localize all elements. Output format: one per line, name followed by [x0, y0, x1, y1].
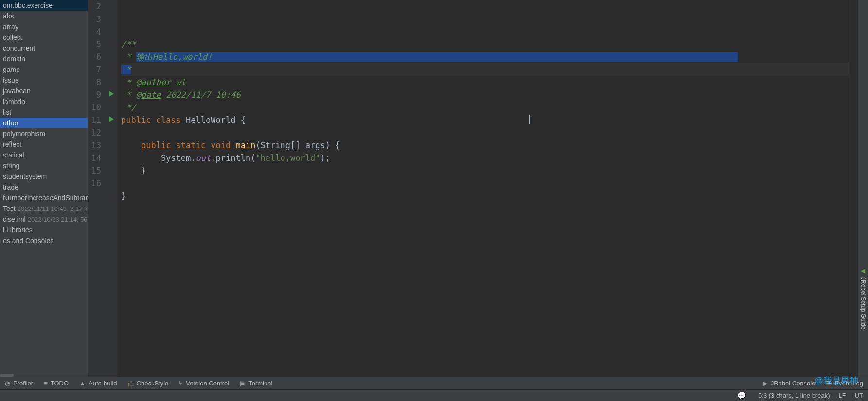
notification-icon[interactable]: 💬 — [737, 391, 746, 400]
code-line[interactable] — [121, 202, 849, 215]
tree-item-concurrent[interactable]: concurrent — [0, 43, 88, 53]
jrebel-setup-label[interactable]: JRebel Setup Guide — [860, 277, 867, 329]
code-line[interactable]: } — [121, 164, 849, 177]
event-log-tab[interactable]: ☰Event Log — [826, 380, 863, 387]
code-line[interactable]: * @author wl — [121, 76, 849, 88]
tree-item-test[interactable]: Test2022/11/11 10:43, 2,17 kB — [0, 203, 88, 214]
tree-item-studentsystem[interactable]: studentsystem — [0, 171, 88, 182]
line-number[interactable]: 12 — [88, 126, 117, 139]
line-number[interactable]: 2 — [88, 0, 117, 13]
tree-item-reflect[interactable]: reflect — [0, 139, 88, 150]
tool-window-bar: ◔Profiler ≡TODO ▲Auto-build ⬚CheckStyle … — [0, 377, 868, 389]
line-separator[interactable]: LF — [838, 392, 846, 399]
code-line[interactable]: } — [121, 190, 849, 202]
tree-item-polymorphism[interactable]: polymorphism — [0, 128, 88, 139]
run-gutter-icon[interactable] — [109, 116, 114, 122]
tree-item-numberincreaseandsubtrac[interactable]: NumberIncreaseAndSubtrac — [0, 192, 88, 203]
code-line[interactable] — [121, 126, 849, 139]
code-line[interactable]: public static void main(String[] args) { — [121, 139, 849, 152]
project-sidebar: om.bbc.exerciseabsarraycollectconcurrent… — [0, 0, 88, 377]
code-line[interactable]: System.out.println("hello,world"); — [121, 152, 849, 164]
editor[interactable]: 2345678910111213141516 /** * 输出Hello,wor… — [88, 0, 857, 377]
line-number[interactable]: 13 — [88, 139, 117, 152]
line-number[interactable]: 10 — [88, 101, 117, 114]
text-cursor — [529, 115, 530, 124]
shield-icon: ⬚ — [128, 380, 134, 387]
tree-item-es-and-consoles[interactable]: es and Consoles — [0, 235, 88, 246]
terminal-tab[interactable]: ▣Terminal — [240, 380, 272, 387]
list-icon: ≡ — [44, 380, 48, 387]
run-gutter-icon[interactable] — [109, 91, 114, 97]
terminal-icon: ▣ — [240, 380, 246, 387]
code-line[interactable] — [121, 25, 849, 38]
line-number[interactable]: 9 — [88, 88, 117, 101]
line-number[interactable]: 14 — [88, 152, 117, 164]
cursor-position[interactable]: 5:3 (3 chars, 1 line break) — [758, 392, 830, 399]
line-number[interactable]: 5 — [88, 38, 117, 51]
tree-item-string[interactable]: string — [0, 160, 88, 171]
error-stripe[interactable] — [849, 0, 857, 377]
tree-item-collect[interactable]: collect — [0, 32, 88, 43]
todo-tab[interactable]: ≡TODO — [44, 380, 69, 387]
line-number[interactable]: 4 — [88, 25, 117, 38]
speech-icon: ☰ — [826, 380, 832, 387]
line-number[interactable]: 16 — [88, 177, 117, 190]
code-line[interactable]: public class HelloWorld { — [121, 114, 849, 126]
gauge-icon: ◔ — [5, 380, 10, 387]
code-line[interactable]: * 输出Hello,world! — [121, 51, 849, 63]
branch-icon: ⑂ — [179, 380, 183, 387]
tree-item-array[interactable]: array — [0, 21, 88, 32]
jrebel-console-tab[interactable]: ▶JRebel Console — [763, 380, 815, 387]
horizontal-scrollbar[interactable] — [0, 373, 88, 377]
code-line[interactable]: * — [121, 63, 849, 76]
tree-item-domain[interactable]: domain — [0, 53, 88, 64]
tree-item-other[interactable]: other — [0, 118, 88, 128]
code-line[interactable]: /** — [121, 38, 849, 51]
code-area[interactable]: /** * 输出Hello,world! * * @author wl * @d… — [117, 0, 849, 377]
right-tool-strip[interactable]: ◀ JRebel Setup Guide — [857, 0, 868, 377]
encoding[interactable]: UT — [855, 392, 863, 399]
jrebel-icon: ▶ — [763, 380, 768, 387]
tree-item-cise-iml[interactable]: cise.iml2022/10/23 21:14, 561 — [0, 214, 88, 225]
line-number[interactable]: 6 — [88, 51, 117, 63]
line-number[interactable]: 11 — [88, 114, 117, 126]
checkstyle-tab[interactable]: ⬚CheckStyle — [128, 380, 169, 387]
tree-item-lambda[interactable]: lambda — [0, 96, 88, 107]
project-tree[interactable]: om.bbc.exerciseabsarraycollectconcurrent… — [0, 0, 88, 373]
line-number[interactable]: 7 — [88, 63, 117, 76]
tree-item-list[interactable]: list — [0, 107, 88, 118]
tree-item-l-libraries[interactable]: l Libraries — [0, 225, 88, 235]
status-bar: 💬 5:3 (3 chars, 1 line break) LF UT — [0, 389, 868, 401]
warning-icon: ▲ — [79, 380, 86, 387]
code-line[interactable] — [121, 177, 849, 190]
tree-item-issue[interactable]: issue — [0, 75, 88, 86]
jrebel-icon: ◀ — [861, 267, 865, 274]
tree-item-abs[interactable]: abs — [0, 11, 88, 21]
tree-item-javabean[interactable]: javabean — [0, 86, 88, 96]
autobuild-tab[interactable]: ▲Auto-build — [79, 380, 117, 387]
tree-item-game[interactable]: game — [0, 64, 88, 75]
line-number[interactable]: 3 — [88, 13, 117, 25]
gutter[interactable]: 2345678910111213141516 — [88, 0, 117, 377]
profiler-tab[interactable]: ◔Profiler — [5, 380, 33, 387]
tree-item-statical[interactable]: statical — [0, 150, 88, 160]
code-line[interactable]: * @date 2022/11/7 10:46 — [121, 88, 849, 101]
vcs-tab[interactable]: ⑂Version Control — [179, 380, 229, 387]
tree-item-om-bbc-exercise[interactable]: om.bbc.exercise — [0, 0, 88, 11]
code-line[interactable]: */ — [121, 101, 849, 114]
line-number[interactable]: 15 — [88, 164, 117, 177]
line-number[interactable]: 8 — [88, 76, 117, 88]
tree-item-trade[interactable]: trade — [0, 182, 88, 192]
